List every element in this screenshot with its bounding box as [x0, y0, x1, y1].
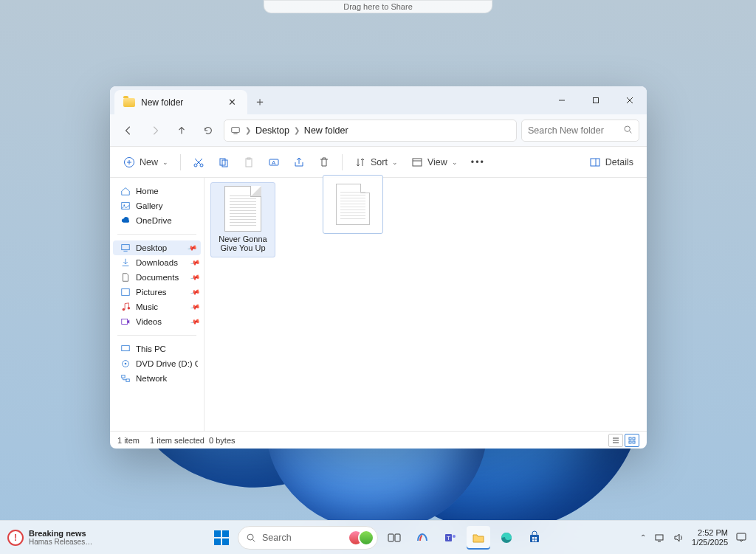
pc-icon: [120, 344, 131, 354]
new-tab-button[interactable]: ＋: [247, 90, 272, 114]
sidebar-item-dvd[interactable]: DVD Drive (D:) CCCC: [110, 356, 204, 371]
rename-button[interactable]: A: [262, 151, 286, 173]
svg-rect-43: [629, 441, 631, 443]
status-bar: 1 item 1 item selected 0 bytes: [110, 431, 647, 449]
taskbar-app-taskview[interactable]: [382, 526, 406, 550]
taskbar-search[interactable]: Search: [238, 526, 378, 550]
cut-button[interactable]: [187, 151, 210, 173]
gallery-icon: [120, 201, 131, 211]
svg-line-46: [253, 539, 255, 541]
clock[interactable]: 2:52 PM 1/25/2025: [692, 528, 728, 547]
video-icon: [120, 316, 131, 327]
svg-rect-57: [535, 539, 537, 541]
taskbar-app-explorer[interactable]: [467, 526, 490, 550]
chevron-down-icon: ⌄: [452, 159, 458, 166]
sidebar-item-documents[interactable]: Documents 📌: [110, 270, 204, 285]
plus-circle-icon: [123, 156, 135, 168]
svg-text:A: A: [272, 159, 276, 166]
time: 2:52 PM: [692, 528, 728, 538]
more-button[interactable]: •••: [465, 151, 491, 173]
svg-point-35: [125, 363, 127, 365]
search-placeholder: Search: [262, 533, 292, 543]
svg-rect-54: [532, 537, 535, 539]
music-icon: [120, 302, 131, 312]
volume-icon[interactable]: [673, 532, 684, 544]
copy-button[interactable]: [212, 151, 236, 173]
start-button[interactable]: [210, 526, 233, 550]
new-button[interactable]: New ⌄: [117, 151, 174, 173]
sidebar-item-downloads[interactable]: Downloads 📌: [110, 255, 204, 270]
notifications-button[interactable]: [735, 531, 747, 544]
breadcrumb-desktop[interactable]: Desktop: [255, 125, 289, 136]
wifi-icon[interactable]: [653, 532, 665, 544]
tab-close-button[interactable]: ✕: [225, 96, 238, 109]
refresh-button[interactable]: [197, 120, 219, 142]
monitor-icon: [230, 125, 241, 136]
widgets-button[interactable]: Breaking news Hamas Releases…: [0, 529, 92, 547]
maximize-button[interactable]: [579, 86, 613, 114]
tray-overflow-icon[interactable]: ⌃: [640, 533, 646, 541]
drag-to-share-label: Drag here to Share: [343, 2, 413, 11]
date: 1/25/2025: [692, 538, 728, 547]
text-file-icon: [336, 184, 370, 225]
details-view-toggle[interactable]: [608, 434, 623, 447]
paste-button[interactable]: [237, 151, 261, 173]
taskbar-app-edge[interactable]: [495, 526, 518, 550]
taskbar-app-store[interactable]: [523, 526, 546, 550]
window-tab[interactable]: New folder ✕: [114, 90, 247, 114]
home-icon: [120, 186, 131, 196]
search-input[interactable]: [528, 125, 633, 136]
taskbar-app-copilot[interactable]: [410, 526, 434, 550]
sidebar-item-onedrive[interactable]: OneDrive: [110, 213, 204, 228]
minimize-button[interactable]: [545, 86, 579, 114]
svg-rect-29: [122, 289, 130, 296]
cloud-icon: [120, 215, 131, 226]
pin-icon: 📌: [190, 257, 201, 268]
svg-rect-60: [737, 533, 746, 540]
system-tray[interactable]: ⌃: [640, 532, 684, 544]
icons-view-toggle[interactable]: [625, 434, 639, 447]
search-icon: [623, 124, 633, 137]
sidebar-item-desktop[interactable]: Desktop 📌: [113, 240, 201, 255]
drag-ghost: [323, 175, 383, 234]
view-button[interactable]: View ⌄: [405, 151, 464, 173]
details-button[interactable]: Details: [583, 151, 639, 173]
file-list[interactable]: Never Gonna Give You Up: [205, 178, 647, 431]
sidebar-item-pictures[interactable]: Pictures 📌: [110, 285, 204, 299]
sort-label: Sort: [371, 157, 388, 167]
close-button[interactable]: [613, 86, 647, 114]
windows-logo-icon: [214, 530, 229, 545]
new-label: New: [140, 157, 158, 167]
taskbar-app-teams[interactable]: T: [439, 526, 462, 550]
sidebar-item-videos[interactable]: Videos 📌: [110, 314, 204, 329]
sidebar-item-home[interactable]: Home: [110, 184, 204, 198]
news-subtitle: Hamas Releases…: [29, 538, 92, 547]
sidebar-item-network[interactable]: Network: [110, 371, 204, 386]
trash-icon: [318, 156, 330, 168]
share-button[interactable]: [287, 151, 311, 173]
sidebar-item-thispc[interactable]: This PC: [110, 342, 204, 356]
pin-icon: 📌: [190, 302, 201, 312]
delete-button[interactable]: [312, 151, 336, 173]
breadcrumb-newfolder[interactable]: New folder: [304, 125, 348, 136]
nav-back-button[interactable]: [117, 120, 140, 142]
sidebar-item-music[interactable]: Music 📌: [110, 299, 204, 314]
rename-icon: A: [268, 156, 280, 168]
svg-point-6: [625, 126, 630, 131]
sort-button[interactable]: Sort ⌄: [348, 151, 404, 173]
sidebar-item-gallery[interactable]: Gallery: [110, 198, 204, 213]
svg-rect-23: [591, 159, 599, 166]
svg-point-51: [453, 535, 456, 538]
file-name: Never Gonna Give You Up: [213, 235, 273, 252]
chevron-down-icon: ⌄: [392, 159, 398, 166]
search-box[interactable]: [521, 120, 639, 142]
drag-to-share-bar[interactable]: Drag here to Share: [264, 0, 492, 13]
file-item[interactable]: Never Gonna Give You Up: [210, 182, 275, 257]
nav-forward-button[interactable]: [144, 120, 166, 142]
news-title: Breaking news: [29, 529, 92, 538]
clipboard-icon: [243, 156, 255, 168]
ellipsis-icon: •••: [471, 157, 485, 167]
breadcrumb[interactable]: ❯ Desktop ❯ New folder: [224, 120, 517, 142]
nav-up-button[interactable]: [171, 120, 193, 142]
toolbar: New ⌄ A Sort ⌄ View ⌄: [110, 147, 647, 178]
